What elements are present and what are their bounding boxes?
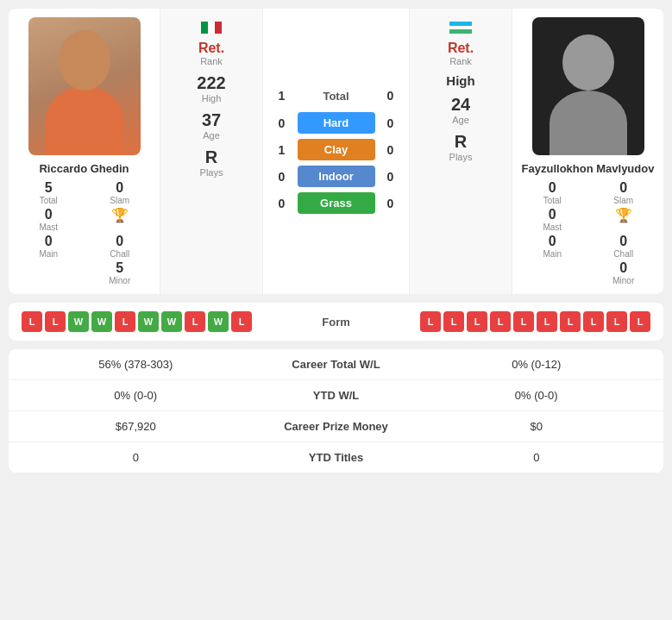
surface-row-hard: 0 Hard 0 <box>267 112 405 134</box>
form-badge-left: L <box>22 311 42 332</box>
player1-total: 5 Total <box>17 180 80 205</box>
player2-name: Fayzullokhon Mavlyudov <box>522 162 655 175</box>
player2-mast: 0 Mast <box>521 207 584 232</box>
surface-row-indoor: 0 Indoor 0 <box>267 166 405 187</box>
total-row: 1 Total 0 <box>273 89 399 103</box>
stats-label: Career Prize Money <box>250 420 423 433</box>
player1-rank-block: Ret. Rank <box>198 41 224 66</box>
indoor-button[interactable]: Indoor <box>298 166 375 187</box>
surface-row-grass: 0 Grass 0 <box>267 192 405 214</box>
player2-form-badges: LLLLLLLLLL <box>388 311 651 332</box>
stats-label: Career Total W/L <box>250 358 423 371</box>
stats-p2-value: 0% (0-12) <box>423 358 651 371</box>
player1-stats-panel: Ret. Rank 222 High 37 Age R Plays <box>160 9 263 294</box>
form-badge-right: L <box>513 311 534 332</box>
stats-p2-value: 0% (0-0) <box>423 389 651 402</box>
trophy-icon-left: 🏆 <box>111 207 129 223</box>
stats-p1-value: 56% (378-303) <box>22 358 250 371</box>
player2-trophy: 🏆 <box>593 207 656 232</box>
player2-chall: 0 Chall <box>593 234 656 259</box>
stats-row: $67,920Career Prize Money$0 <box>9 411 663 442</box>
clay-button[interactable]: Clay <box>298 139 375 160</box>
player1-main-left: 0 Main <box>17 234 80 259</box>
stats-p1-value: 0 <box>22 451 250 464</box>
surface-row-clay: 1 Clay 0 <box>267 139 405 160</box>
hard-button[interactable]: Hard <box>298 112 375 134</box>
stats-p2-value: $0 <box>423 420 651 433</box>
form-badge-left: L <box>115 311 135 332</box>
player-right: Fayzullokhon Mavlyudov 0 Total 0 Slam 0 … <box>512 9 663 294</box>
form-badge-right: L <box>420 311 441 332</box>
form-badge-left: L <box>185 311 205 332</box>
player2-stats: 0 Total 0 Slam 0 Mast 🏆 0 Main <box>517 180 659 285</box>
stats-row: 0% (0-0)YTD W/L0% (0-0) <box>9 380 663 411</box>
player2-minor: 0 Minor <box>593 260 656 285</box>
form-section: LLWWLWWLWL Form LLLLLLLLLL <box>9 303 663 341</box>
stats-p1-value: $67,920 <box>22 420 250 433</box>
stats-row: 0YTD Titles0 <box>9 442 663 473</box>
form-badge-left: W <box>68 311 89 332</box>
stats-row: 56% (378-303)Career Total W/L0% (0-12) <box>9 349 663 380</box>
player2-total: 0 Total <box>521 180 584 205</box>
player1-minor: 5 Minor <box>89 260 152 285</box>
form-badge-right: L <box>583 311 604 332</box>
player1-plays-block: R Plays <box>200 147 223 178</box>
player1-name: Riccardo Ghedin <box>39 162 129 175</box>
flag-uzbekistan <box>449 22 472 34</box>
form-badge-right: L <box>467 311 487 332</box>
player1-trophy: 🏆 <box>89 207 152 232</box>
form-badge-left: L <box>45 311 66 332</box>
center-section: 1 Total 0 0 Hard 0 1 Clay 0 0 Indoor 0 0 <box>263 9 409 294</box>
player2-high-block: High <box>446 73 474 88</box>
form-badge-right: L <box>606 311 627 332</box>
stats-label: YTD W/L <box>250 389 423 402</box>
form-badge-right: L <box>537 311 557 332</box>
player-left: Riccardo Ghedin 5 Total 0 Slam 0 Mast 🏆 <box>9 9 160 294</box>
flag-italy <box>201 22 222 34</box>
form-badge-left: W <box>138 311 159 332</box>
form-badge-right: L <box>443 311 464 332</box>
player1-photo <box>28 17 141 155</box>
form-badge-left: W <box>208 311 229 332</box>
form-label: Form <box>285 316 388 329</box>
player2-main: 0 Main <box>521 234 584 259</box>
player2-rank-block: Ret. Rank <box>448 41 474 66</box>
players-section: Riccardo Ghedin 5 Total 0 Slam 0 Mast 🏆 <box>9 9 663 294</box>
player2-slam: 0 Slam <box>593 180 656 205</box>
grass-button[interactable]: Grass <box>298 192 375 214</box>
player1-age-block: 37 Age <box>202 110 221 141</box>
form-badge-right: L <box>560 311 581 332</box>
player1-high-block: 222 High <box>197 73 225 103</box>
form-badge-left: W <box>91 311 112 332</box>
stats-table: 56% (378-303)Career Total W/L0% (0-12)0%… <box>9 349 663 473</box>
player1-mast: 0 Mast <box>17 207 80 232</box>
player2-stats-panel: Ret. Rank High 24 Age R Plays <box>409 9 512 294</box>
player1-stats: 5 Total 0 Slam 0 Mast 🏆 0 Main <box>13 180 155 285</box>
player2-photo <box>532 17 644 155</box>
player1-slam: 0 Slam <box>89 180 152 205</box>
player1-form-badges: LLWWLWWLWL <box>22 311 285 332</box>
player2-age-block: 24 Age <box>451 95 470 125</box>
stats-p2-value: 0 <box>423 451 651 464</box>
form-badge-left: L <box>231 311 252 332</box>
form-badge-right: L <box>630 311 650 332</box>
player1-chall: 0 Chall <box>89 234 152 259</box>
trophy-icon-right: 🏆 <box>615 207 632 223</box>
player2-plays-block: R Plays <box>449 132 473 162</box>
stats-p1-value: 0% (0-0) <box>22 389 250 402</box>
stats-label: YTD Titles <box>250 451 423 464</box>
form-badge-left: W <box>161 311 182 332</box>
form-badge-right: L <box>490 311 511 332</box>
main-container: Riccardo Ghedin 5 Total 0 Slam 0 Mast 🏆 <box>0 0 672 481</box>
